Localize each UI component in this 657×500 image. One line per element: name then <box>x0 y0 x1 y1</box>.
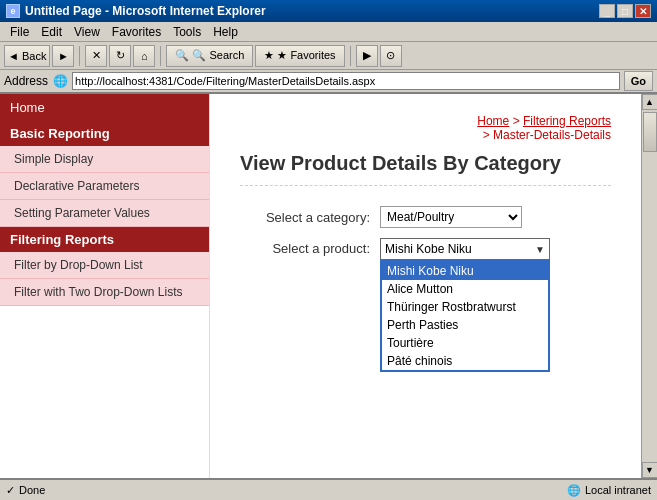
page-icon: 🌐 <box>52 73 68 89</box>
menu-edit[interactable]: Edit <box>35 24 68 40</box>
favorites-label: ★ Favorites <box>277 49 335 62</box>
product-option-2[interactable]: Thüringer Rostbratwurst <box>382 298 548 316</box>
page-title: View Product Details By Category <box>240 152 611 186</box>
breadcrumb-filtering[interactable]: Filtering Reports <box>523 114 611 128</box>
menu-favorites[interactable]: Favorites <box>106 24 167 40</box>
forward-button[interactable]: ► <box>52 45 74 67</box>
nav-section-filtering-reports[interactable]: Filtering Reports <box>0 227 209 252</box>
scroll-up-arrow[interactable]: ▲ <box>642 94 658 110</box>
menu-bar: File Edit View Favorites Tools Help <box>0 22 657 42</box>
toolbar-separator-1 <box>79 46 80 66</box>
nav-item-simple-display[interactable]: Simple Display <box>0 146 209 173</box>
address-label: Address <box>4 74 48 88</box>
product-label: Select a product: <box>240 238 370 256</box>
intranet-icon: 🌐 <box>567 484 581 497</box>
nav-section-basic-reporting[interactable]: Basic Reporting <box>0 121 209 146</box>
breadcrumb-sep2: > <box>483 128 493 142</box>
toolbar-separator-3 <box>350 46 351 66</box>
product-option-4[interactable]: Tourtière <box>382 334 548 352</box>
product-option-1[interactable]: Alice Mutton <box>382 280 548 298</box>
product-dropdown-container: Mishi Kobe Niku ▼ Mishi Kobe Niku Alice … <box>380 238 550 260</box>
product-option-5[interactable]: Pâté chinois <box>382 352 548 370</box>
address-input[interactable]: http://localhost:4381/Code/Filtering/Mas… <box>72 72 620 90</box>
product-option-0[interactable]: Mishi Kobe Niku <box>382 262 548 280</box>
scroll-thumb[interactable] <box>643 112 657 152</box>
search-label: 🔍 Search <box>192 49 244 62</box>
home-button[interactable]: ⌂ <box>133 45 155 67</box>
window-title: Untitled Page - Microsoft Internet Explo… <box>25 4 266 18</box>
menu-view[interactable]: View <box>68 24 106 40</box>
ie-icon: e <box>6 4 20 18</box>
scrollbar[interactable]: ▲ ▼ <box>641 94 657 478</box>
status-text: Done <box>19 484 45 496</box>
menu-tools[interactable]: Tools <box>167 24 207 40</box>
nav-item-declarative-parameters[interactable]: Declarative Parameters <box>0 173 209 200</box>
breadcrumb-current: Master-Details-Details <box>493 128 611 142</box>
stop-button[interactable]: ✕ <box>85 45 107 67</box>
toolbar-separator-2 <box>160 46 161 66</box>
product-select[interactable]: Mishi Kobe Niku ▼ <box>380 238 550 260</box>
menu-file[interactable]: File <box>4 24 35 40</box>
title-bar: e Untitled Page - Microsoft Internet Exp… <box>0 0 657 22</box>
refresh-button[interactable]: ↻ <box>109 45 131 67</box>
nav-item-filter-dropdown[interactable]: Filter by Drop-Down List <box>0 252 209 279</box>
product-dropdown-list[interactable]: Mishi Kobe Niku Alice Mutton Thüringer R… <box>380 260 550 372</box>
maximize-button[interactable]: □ <box>617 4 633 18</box>
favorites-button[interactable]: ★ ★ Favorites <box>255 45 344 67</box>
category-dropdown[interactable]: Meat/Poultry Beverages Condiments Confec… <box>381 209 521 225</box>
category-select[interactable]: Meat/Poultry Beverages Condiments Confec… <box>380 206 522 228</box>
category-row: Select a category: Meat/Poultry Beverage… <box>240 206 611 228</box>
category-label: Select a category: <box>240 210 370 225</box>
close-button[interactable]: ✕ <box>635 4 651 18</box>
nav-item-setting-parameter-values[interactable]: Setting Parameter Values <box>0 200 209 227</box>
search-icon: 🔍 <box>175 49 189 62</box>
menu-help[interactable]: Help <box>207 24 244 40</box>
address-bar: Address 🌐 http://localhost:4381/Code/Fil… <box>0 70 657 94</box>
zone-text: Local intranet <box>585 484 651 496</box>
product-selected-value: Mishi Kobe Niku <box>385 242 472 256</box>
content-area: Home > Filtering Reports > Master-Detail… <box>210 94 641 478</box>
search-button[interactable]: 🔍 🔍 Search <box>166 45 253 67</box>
status-bar: ✓ Done 🌐 Local intranet <box>0 478 657 500</box>
breadcrumb-home[interactable]: Home <box>477 114 509 128</box>
product-row: Select a product: Mishi Kobe Niku ▼ Mish… <box>240 238 611 260</box>
toolbar: ◄ Back ► ✕ ↻ ⌂ 🔍 🔍 Search ★ ★ Favorites … <box>0 42 657 70</box>
star-icon: ★ <box>264 49 274 62</box>
go-button[interactable]: Go <box>624 71 653 91</box>
scroll-down-arrow[interactable]: ▼ <box>642 462 658 478</box>
dropdown-arrow-icon: ▼ <box>535 244 545 255</box>
nav-home[interactable]: Home <box>0 94 209 121</box>
done-icon: ✓ <box>6 484 15 497</box>
nav-sidebar: Home Basic Reporting Simple Display Decl… <box>0 94 210 478</box>
minimize-button[interactable]: _ <box>599 4 615 18</box>
nav-item-filter-two-dropdowns[interactable]: Filter with Two Drop-Down Lists <box>0 279 209 306</box>
back-button[interactable]: ◄ Back <box>4 45 50 67</box>
history-button[interactable]: ⊙ <box>380 45 402 67</box>
url-text: http://localhost:4381/Code/Filtering/Mas… <box>75 75 375 87</box>
media-button[interactable]: ▶ <box>356 45 378 67</box>
product-option-3[interactable]: Perth Pasties <box>382 316 548 334</box>
breadcrumb-sep1: > <box>513 114 523 128</box>
